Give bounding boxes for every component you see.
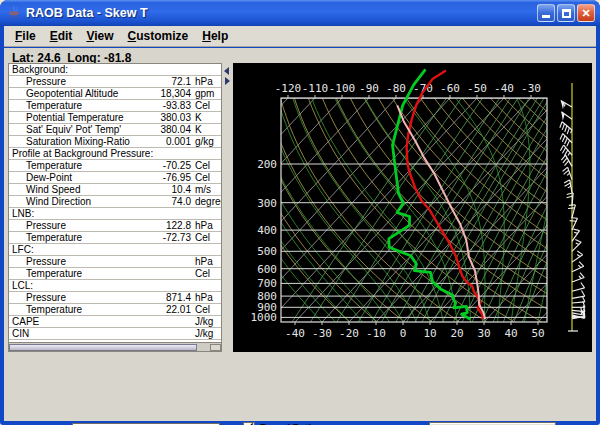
menu-item-customize[interactable]: Customize [123,27,198,45]
skewt-svg[interactable]: -120-110-100-90-80-70-60-50-40-30-40-30-… [233,63,592,352]
bottom-axis-label: -40 [285,327,305,340]
table-row-unit: hPa [191,220,221,231]
table-row-value: 0.001 [166,136,191,147]
table-row-label: Dew-Point [9,172,163,183]
table-row-value: 380.03 [160,112,191,123]
bottom-axis-label: 20 [450,327,463,340]
table-row-unit: Cel [191,268,221,279]
moist-adiabat-line [233,99,322,322]
table-row: Wind Speed10.4m/s [9,184,221,196]
table-row: Temperature22.01Cel [9,304,221,316]
table-row: Profile at Background Pressure: [9,148,221,160]
table-row-value: -70.25 [163,160,191,171]
table-row-label: Temperature [9,268,191,279]
table-row-unit: K [191,112,221,123]
table-row-value: -72.73 [163,232,191,243]
table-row: Potential Temperature380.03K [9,112,221,124]
isotherm-line [322,98,531,322]
table-row-unit: gpm [191,88,221,99]
table-row-label: LFC: [9,244,191,255]
table-row-label: Saturation Mixing-Ratio [9,136,166,147]
table-row-unit: Cel [191,304,221,315]
table-row-label: Temperature [9,100,163,111]
table-row-unit: m/s [191,184,221,195]
table-row-value: 22.01 [166,304,191,315]
pressure-axis-label: 700 [257,277,277,290]
table-row-label: LNB: [9,208,191,219]
hscrollbar-right-button[interactable] [210,344,221,351]
titlebar[interactable]: RAOB Data - Skew T ✕ [0,0,600,26]
table-row-unit: J/kg [191,328,221,339]
table-row: Pressure871.4hPa [9,292,221,304]
top-axis-label: -80 [386,82,406,95]
bottom-controls: Soundings: 72201 2005-07-07 12:00:00Z ✓P… [4,352,596,421]
menu-item-view[interactable]: View [81,27,122,45]
table-row: Temperature-72.73Cel [9,232,221,244]
pressure-axis-label: 300 [257,197,277,210]
table-row: Temperature-93.83Cel [9,100,221,112]
isotherm-line [233,98,234,322]
dry-adiabat-line [490,98,592,322]
top-axis-label: -40 [494,82,514,95]
minimize-button[interactable] [537,4,555,22]
close-button[interactable]: ✕ [577,4,595,22]
table-row: Saturation Mixing-Ratio0.001g/kg [9,136,221,148]
table-row-value: -93.83 [163,100,191,111]
window-title: RAOB Data - Skew T [26,6,148,20]
bottom-axis-label: 30 [477,327,490,340]
skewt-chart[interactable]: -120-110-100-90-80-70-60-50-40-30-40-30-… [233,63,592,352]
table-row: Pressure72.1hPa [9,76,221,88]
table-row-label: Background: [9,64,191,75]
java-app-icon [6,5,22,21]
table-row: Geopotential Altitude18,304gpm [9,88,221,100]
isotherm-line [268,98,477,322]
isotherm-line [233,98,342,322]
table-row: CINJ/kg [9,328,221,340]
table-row-value: 10.4 [172,184,191,195]
table-row-label: LCL: [9,280,191,291]
table-row-unit: Cel [191,160,221,171]
table-row-unit: g/kg [191,136,221,147]
top-axis-label: -50 [467,82,487,95]
table-row: Background: [9,64,221,76]
table-row-unit: hPa [191,256,221,267]
table-row: Pressure122.8hPa [9,220,221,232]
table-row-label: Wind Direction [9,196,172,207]
table-row-value: -76.95 [163,172,191,183]
dry-adiabat-line [588,98,592,322]
maximize-icon [562,9,571,18]
pressure-axis-label: 500 [257,245,277,258]
pressure-axis-label: 1000 [251,311,278,324]
table-row-label: Geopotential Altitude [9,88,160,99]
splitpane-divider[interactable] [222,63,233,352]
table-row-label: Sat' Equiv' Pot' Temp' [9,124,160,135]
close-icon: ✕ [581,7,590,19]
divider-collapse-right-icon[interactable] [225,77,230,85]
table-hscrollbar[interactable] [9,342,221,351]
table-row-label: Pressure [9,292,166,303]
maximize-button[interactable] [557,4,575,22]
table-row: Wind Direction74.0degree [9,196,221,208]
bottom-axis-label: -10 [366,327,386,340]
table-row-label: Pressure [9,220,166,231]
divider-collapse-left-icon[interactable] [224,67,229,75]
table-row: LNB: [9,208,221,220]
table-row-label: Potential Temperature [9,112,160,123]
app-window: RAOB Data - Skew T ✕ FileEditViewCustomi… [0,0,600,425]
table-row-value: 122.8 [166,220,191,231]
moist-adiabat-line [565,99,592,322]
table-row-value: 380.04 [160,124,191,135]
moist-adiabat-line [233,99,336,322]
menu-item-edit[interactable]: Edit [45,27,82,45]
moist-adiabat-line [234,99,363,322]
table-row-unit: Cel [191,172,221,183]
top-axis-label: -30 [521,82,541,95]
chart-grid [233,98,592,322]
menu-item-file[interactable]: File [10,27,45,45]
bottom-axis-label: 10 [423,327,436,340]
top-axis-label: -90 [359,82,379,95]
bottom-axis-label: 0 [400,327,407,340]
menu-item-help[interactable]: Help [197,27,237,45]
table-row-unit: Cel [191,100,221,111]
hscrollbar-thumb[interactable] [9,344,197,351]
